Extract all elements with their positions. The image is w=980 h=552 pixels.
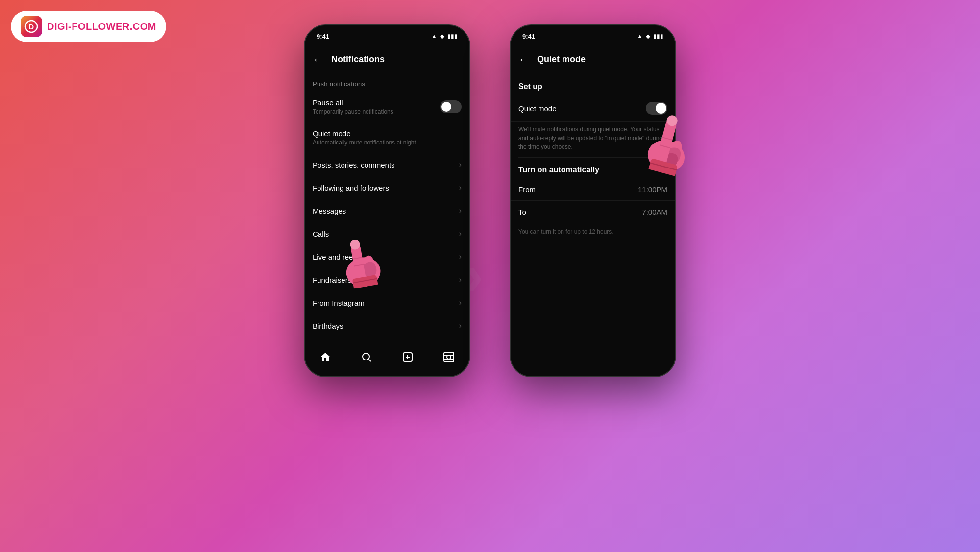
birthdays-chevron: › xyxy=(459,321,462,330)
from-instagram-label: From Instagram xyxy=(313,299,459,307)
left-nav-title: Notifications xyxy=(331,54,385,65)
bottom-nav-search[interactable] xyxy=(361,351,372,363)
following-item[interactable]: Following and followers › xyxy=(305,176,469,199)
to-value: 7:00AM xyxy=(642,208,667,216)
quiet-mode-toggle-thumb xyxy=(656,103,666,114)
birthdays-left: Birthdays xyxy=(313,322,459,330)
svg-text:D: D xyxy=(29,23,34,31)
to-label: To xyxy=(518,208,526,216)
left-phone-wrapper: 9:41 ▲◆▮▮▮ ← Notifications Push notifica… xyxy=(304,24,470,377)
right-scroll-content: Set up Quiet mode We'll mute notificatio… xyxy=(511,72,675,376)
posts-stories-label: Posts, stories, comments xyxy=(313,161,459,169)
left-status-time: 9:41 xyxy=(317,33,329,40)
hours-note: You can turn it on for up to 12 hours. xyxy=(511,223,675,240)
pause-all-sublabel: Temporarily pause notifications xyxy=(313,108,440,115)
left-nav-header: ← Notifications xyxy=(305,47,469,72)
quiet-mode-item[interactable]: Quiet mode Automatically mute notificati… xyxy=(305,122,469,153)
logo-text: DIGI-FOLLOWER.COM xyxy=(47,21,156,32)
left-back-button[interactable]: ← xyxy=(313,53,323,66)
pause-all-left: Pause all Temporarily pause notification… xyxy=(313,98,440,115)
left-status-bar: 9:41 ▲◆▮▮▮ xyxy=(305,25,469,47)
svg-rect-8 xyxy=(444,352,454,362)
right-back-button[interactable]: ← xyxy=(518,53,529,66)
calls-chevron: › xyxy=(459,229,462,238)
pause-all-label: Pause all xyxy=(313,98,440,107)
right-status-icons: ▲◆▮▮▮ xyxy=(637,33,663,40)
svg-point-9 xyxy=(447,355,451,359)
birthdays-label: Birthdays xyxy=(313,322,459,330)
quiet-mode-description: We'll mute notifications during quiet mo… xyxy=(511,122,675,157)
pause-all-toggle-thumb xyxy=(441,102,451,112)
messages-item[interactable]: Messages › xyxy=(305,199,469,222)
posts-stories-chevron: › xyxy=(459,160,462,169)
from-label: From xyxy=(518,185,536,193)
to-row[interactable]: To 7:00AM xyxy=(511,201,675,223)
from-row[interactable]: From 11:00PM xyxy=(511,178,675,201)
svg-point-3 xyxy=(363,353,369,360)
quiet-mode-sublabel: Automatically mute notifications at nigh… xyxy=(313,139,462,146)
live-reels-label: Live and reels xyxy=(313,253,459,261)
from-instagram-chevron: › xyxy=(459,298,462,307)
left-phone-screen: 9:41 ▲◆▮▮▮ ← Notifications Push notifica… xyxy=(305,25,469,376)
right-status-bar: 9:41 ▲◆▮▮▮ xyxy=(511,25,675,47)
posts-stories-item[interactable]: Posts, stories, comments › xyxy=(305,153,469,176)
messages-chevron: › xyxy=(459,206,462,215)
bottom-nav-home[interactable] xyxy=(319,351,331,363)
right-status-time: 9:41 xyxy=(522,33,535,40)
posts-stories-left: Posts, stories, comments xyxy=(313,161,459,169)
left-status-icons: ▲◆▮▮▮ xyxy=(431,33,458,40)
left-bottom-nav xyxy=(305,342,469,376)
logo-icon: D xyxy=(21,16,42,37)
following-label: Following and followers xyxy=(313,184,459,192)
fundraisers-item[interactable]: Fundraisers › xyxy=(305,268,469,291)
right-phone-wrapper: 9:41 ▲◆▮▮▮ ← Quiet mode Set up Qu xyxy=(510,24,676,377)
fundraisers-label: Fundraisers xyxy=(313,276,459,284)
quiet-mode-label: Quiet mode xyxy=(313,129,462,138)
pause-all-item[interactable]: Pause all Temporarily pause notification… xyxy=(305,92,469,122)
from-value: 11:00PM xyxy=(638,185,667,193)
fundraisers-left: Fundraisers xyxy=(313,276,459,284)
push-notifications-header: Push notifications xyxy=(305,72,469,92)
other-notifications-header: Other notification types xyxy=(305,337,469,342)
bottom-nav-add[interactable] xyxy=(402,351,414,363)
right-nav-title: Quiet mode xyxy=(537,54,586,65)
turn-on-auto-label: Turn on automatically xyxy=(511,158,675,178)
messages-left: Messages xyxy=(313,207,459,215)
calls-item[interactable]: Calls › xyxy=(305,222,469,245)
fundraisers-chevron: › xyxy=(459,275,462,284)
calls-label: Calls xyxy=(313,230,459,238)
pause-all-right xyxy=(440,100,462,113)
messages-label: Messages xyxy=(313,207,459,215)
live-reels-chevron: › xyxy=(459,252,462,261)
pause-all-toggle[interactable] xyxy=(440,100,462,113)
quiet-mode-toggle-label: Quiet mode xyxy=(518,104,557,113)
logo: D DIGI-FOLLOWER.COM xyxy=(11,11,166,42)
phones-wrapper: 9:41 ▲◆▮▮▮ ← Notifications Push notifica… xyxy=(0,24,980,377)
following-left: Following and followers xyxy=(313,184,459,192)
following-chevron: › xyxy=(459,183,462,192)
birthdays-item[interactable]: Birthdays › xyxy=(305,314,469,337)
bottom-nav-reels[interactable] xyxy=(443,351,455,363)
left-phone: 9:41 ▲◆▮▮▮ ← Notifications Push notifica… xyxy=(304,24,470,377)
left-scroll-content: Push notifications Pause all Temporarily… xyxy=(305,72,469,342)
from-instagram-left: From Instagram xyxy=(313,299,459,307)
live-reels-left: Live and reels xyxy=(313,253,459,261)
right-phone: 9:41 ▲◆▮▮▮ ← Quiet mode Set up Qu xyxy=(510,24,676,377)
svg-line-4 xyxy=(369,359,371,361)
right-nav-header: ← Quiet mode xyxy=(511,47,675,72)
setup-label: Set up xyxy=(511,72,675,95)
from-instagram-item[interactable]: From Instagram › xyxy=(305,291,469,314)
quiet-mode-toggle-row[interactable]: Quiet mode xyxy=(511,95,675,122)
live-reels-item[interactable]: Live and reels › xyxy=(305,245,469,268)
right-phone-screen: 9:41 ▲◆▮▮▮ ← Quiet mode Set up Qu xyxy=(511,25,675,376)
quiet-mode-left: Quiet mode Automatically mute notificati… xyxy=(313,129,462,146)
quiet-mode-toggle[interactable] xyxy=(646,102,667,115)
calls-left: Calls xyxy=(313,230,459,238)
